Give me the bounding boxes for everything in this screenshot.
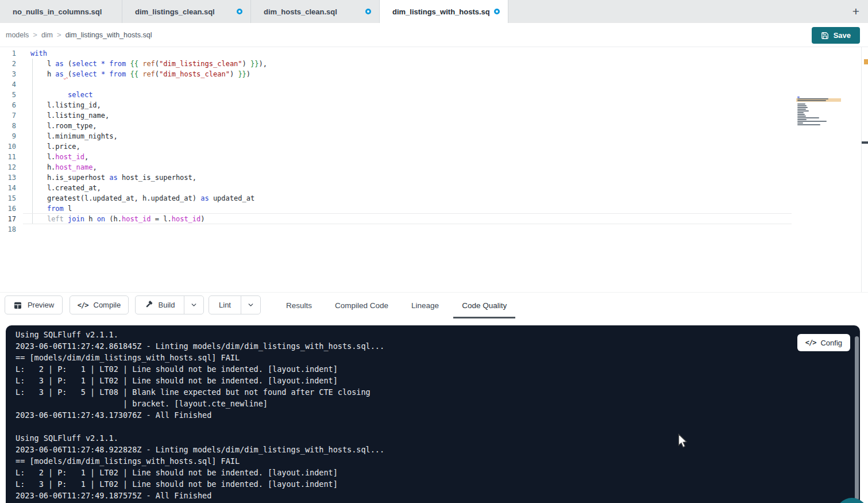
minimap[interactable] bbox=[797, 97, 840, 128]
unsaved-changes-dot-icon[interactable] bbox=[365, 9, 371, 14]
compile-button[interactable]: </> Compile bbox=[70, 295, 129, 314]
mouse-cursor bbox=[678, 433, 689, 451]
minimap-line bbox=[797, 102, 840, 103]
lint-dropdown-button[interactable] bbox=[241, 296, 260, 314]
code-line[interactable]: with bbox=[30, 48, 267, 59]
terminal-line: == [models/dim/dim_listings_with_hosts.s… bbox=[16, 352, 384, 363]
code-line[interactable]: l as (select * from {{ ref("dim_listings… bbox=[30, 59, 267, 69]
code-line[interactable]: h.is_superhost as host_is_superhost, bbox=[30, 172, 267, 183]
terminal-line: Using SQLFluff v2.1.1. bbox=[16, 432, 384, 444]
preview-button[interactable]: Preview bbox=[5, 295, 63, 314]
new-tab-button[interactable]: + bbox=[848, 4, 863, 19]
tab-label: dim_listings_with_hosts.sql bbox=[392, 7, 489, 16]
editor-tab[interactable]: dim_hosts_clean.sql bbox=[251, 0, 380, 23]
terminal-line: 2023-06-06T11:27:49.187575Z - All Finish… bbox=[16, 490, 384, 501]
line-number: 15 bbox=[0, 193, 16, 203]
code-line[interactable] bbox=[30, 224, 267, 235]
panel-tab[interactable]: Results bbox=[277, 293, 321, 318]
line-number: 6 bbox=[0, 100, 16, 110]
editor-scrollbar-track bbox=[861, 47, 862, 292]
code-line[interactable]: l.created_at, bbox=[30, 183, 267, 193]
line-number-gutter: 123456789101112131415161718 bbox=[0, 48, 16, 235]
code-line[interactable]: l.room_type, bbox=[30, 121, 267, 131]
terminal-line: L: 2 | P: 1 | LT02 | Line should not be … bbox=[16, 363, 384, 375]
line-number: 14 bbox=[0, 183, 16, 193]
terminal-scrollbar-thumb[interactable] bbox=[855, 336, 859, 500]
line-number: 3 bbox=[0, 69, 16, 79]
breadcrumb-item[interactable]: dim bbox=[41, 31, 53, 39]
editor-tab[interactable]: dim_listings_clean.sql bbox=[122, 0, 251, 23]
minimap-line bbox=[797, 126, 840, 127]
terminal-line: | bracket. [layout.cte_newline] bbox=[16, 398, 384, 409]
terminal-line: 2023-06-06T11:27:43.173076Z - All Finish… bbox=[16, 409, 384, 421]
tab-label: no_nulls_in_columns.sql bbox=[13, 7, 114, 16]
config-label: Config bbox=[820, 339, 842, 347]
breadcrumb: models>dim>dim_listings_with_hosts.sql bbox=[6, 30, 152, 39]
minimap-line bbox=[797, 119, 807, 120]
unsaved-changes-dot-icon[interactable] bbox=[237, 9, 242, 14]
build-dropdown-button[interactable] bbox=[184, 296, 203, 314]
terminal-line: L: 2 | P: 1 | LT02 | Line should not be … bbox=[16, 467, 384, 478]
active-line-highlight bbox=[23, 213, 792, 224]
minimap-line bbox=[797, 114, 805, 115]
breadcrumb-item[interactable]: models bbox=[6, 31, 29, 39]
code-line[interactable]: h as (select * from {{ ref("dim_hosts_cl… bbox=[30, 69, 267, 79]
panel-tab[interactable]: Lineage bbox=[403, 293, 447, 318]
terminal-line: L: 3 | P: 1 | LT02 | Line should not be … bbox=[16, 375, 384, 386]
line-number: 12 bbox=[0, 162, 16, 172]
code-line[interactable]: l.listing_id, bbox=[30, 100, 267, 110]
panel-tab[interactable]: Code Quality bbox=[453, 293, 515, 318]
editor-tab[interactable]: no_nulls_in_columns.sql bbox=[0, 0, 122, 23]
tab-label: dim_listings_clean.sql bbox=[135, 7, 232, 16]
build-label: Build bbox=[159, 301, 175, 309]
chevron-down-icon bbox=[247, 301, 254, 309]
code-line[interactable]: l.host_id, bbox=[30, 152, 267, 162]
lint-label: Lint bbox=[219, 301, 231, 309]
editor-tab[interactable]: dim_listings_with_hosts.sql bbox=[380, 0, 508, 23]
code-line[interactable]: l.minimum_nights, bbox=[30, 131, 267, 141]
compile-label: Compile bbox=[94, 301, 121, 309]
line-number: 2 bbox=[0, 59, 16, 69]
code-line[interactable] bbox=[30, 79, 267, 90]
table-grid-icon bbox=[13, 301, 22, 310]
minimap-line bbox=[797, 107, 808, 108]
lint-button[interactable]: Lint bbox=[209, 296, 241, 314]
line-number: 9 bbox=[0, 131, 16, 141]
panel-tab[interactable]: Compiled Code bbox=[326, 293, 397, 318]
lint-split-button: Lint bbox=[209, 295, 261, 314]
breadcrumb-separator: > bbox=[57, 30, 61, 39]
build-button[interactable]: Build bbox=[136, 296, 184, 314]
minimap-line bbox=[797, 117, 819, 118]
save-button-label: Save bbox=[834, 31, 851, 40]
code-editor[interactable]: 123456789101112131415161718 with l as (s… bbox=[0, 47, 868, 292]
minimap-line bbox=[797, 124, 820, 125]
code-line[interactable]: l.price, bbox=[30, 141, 267, 152]
minimap-line bbox=[797, 105, 807, 106]
code-line[interactable]: greatest(l.updated_at, h.updated_at) as … bbox=[30, 193, 267, 203]
overview-ruler-warning-mark[interactable] bbox=[864, 59, 868, 64]
overview-ruler-cursor-mark[interactable] bbox=[862, 141, 868, 144]
minimap-line bbox=[797, 97, 800, 98]
unsaved-changes-dot-icon[interactable] bbox=[494, 9, 500, 14]
terminal-line: 2023-06-06T11:27:42.861845Z - Linting mo… bbox=[16, 340, 384, 352]
code-line[interactable]: select bbox=[30, 90, 267, 100]
config-button[interactable]: </> Config bbox=[797, 334, 850, 351]
save-button[interactable]: Save bbox=[812, 27, 860, 44]
line-number: 16 bbox=[0, 203, 16, 214]
minimap-line bbox=[797, 110, 809, 112]
minimap-line bbox=[797, 122, 803, 124]
code-line[interactable]: h.host_name, bbox=[30, 162, 267, 172]
chevron-down-icon bbox=[190, 301, 198, 309]
line-number: 8 bbox=[0, 121, 16, 131]
code-brackets-icon: </> bbox=[78, 301, 88, 309]
minimap-line bbox=[797, 103, 805, 105]
line-number: 10 bbox=[0, 141, 16, 152]
breadcrumb-item[interactable]: dim_listings_with_hosts.sql bbox=[65, 31, 152, 39]
code-line[interactable]: from l bbox=[30, 203, 267, 214]
breadcrumb-bar: models>dim>dim_listings_with_hosts.sql S… bbox=[0, 23, 868, 47]
minimap-line bbox=[797, 112, 804, 113]
code-line[interactable]: l.listing_name, bbox=[30, 110, 267, 121]
terminal-line: L: 3 | P: 5 | LT08 | Blank line expected… bbox=[16, 386, 384, 398]
line-number: 1 bbox=[0, 48, 16, 59]
terminal-line: 2023-06-06T11:27:48.922828Z - Linting mo… bbox=[16, 444, 384, 455]
